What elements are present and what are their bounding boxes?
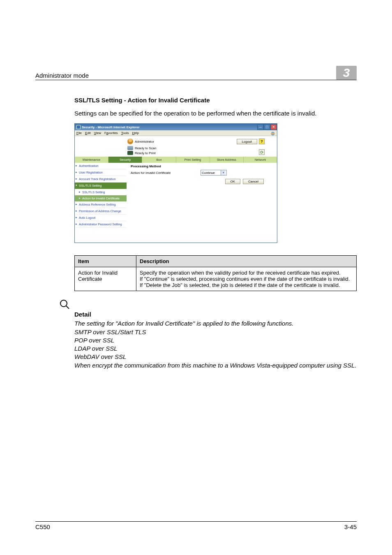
refresh-button[interactable]: ⟳: [259, 149, 265, 155]
logout-button[interactable]: Logout: [237, 139, 257, 144]
administrator-label: Administrator: [135, 140, 154, 143]
panel-title: Processing Method: [131, 164, 265, 168]
svg-point-0: [60, 300, 67, 307]
footer-page: 3-45: [344, 523, 357, 530]
ie-throbber-icon: [270, 131, 275, 136]
menu-favorites[interactable]: Favorites: [104, 131, 118, 135]
section-heading: SSL/TLS Setting - Action for Invalid Cer…: [74, 97, 357, 104]
window-title: Security - Microsoft Internet Explorer: [82, 125, 140, 129]
footer-model: C550: [35, 523, 50, 530]
sidebar-item-auto-logout[interactable]: Auto Logout: [75, 215, 127, 221]
menu-tools[interactable]: Tools: [121, 131, 129, 135]
administrator-icon: [127, 139, 133, 144]
window-titlebar: Security - Microsoft Internet Explorer ─…: [75, 124, 277, 130]
printer-icon: [127, 151, 133, 155]
cancel-button[interactable]: Cancel: [243, 179, 264, 184]
sidebar-group-ssltls[interactable]: SSL/TLS Setting: [75, 183, 127, 189]
browser-window: Security - Microsoft Internet Explorer ─…: [74, 123, 277, 243]
running-header: Administrator mode: [35, 72, 89, 79]
sidebar-item-admin-password[interactable]: Administrator Password Setting: [75, 221, 127, 228]
svg-line-1: [66, 306, 69, 309]
magnifier-icon: [60, 299, 70, 310]
main-panel: Processing Method Action for Invalid Cer…: [127, 163, 277, 228]
table-cell-description: Specify the operation when the validity …: [136, 267, 357, 291]
ie-icon: [76, 125, 81, 129]
sidebar-item-authentication[interactable]: Authentication: [75, 163, 127, 169]
menu-help[interactable]: Help: [132, 131, 139, 135]
sidebar-item-user-registration[interactable]: User Registration: [75, 169, 127, 176]
tab-network[interactable]: Network: [244, 157, 277, 163]
action-select-value: Continue: [202, 171, 215, 175]
table-row: Action for Invalid Certificate Specify t…: [75, 267, 357, 291]
table-cell-item: Action for Invalid Certificate: [75, 267, 136, 291]
sidebar-item-address-reference[interactable]: Address Reference Setting: [75, 201, 127, 208]
tab-box[interactable]: Box: [142, 157, 176, 163]
help-button[interactable]: ?: [259, 139, 265, 144]
table-header-description: Description: [136, 256, 357, 267]
tab-print-setting[interactable]: Print Setting: [176, 157, 210, 163]
menu-edit[interactable]: Edit: [85, 131, 91, 135]
sidebar-item-ssltls-setting[interactable]: SSL/TLS Setting: [75, 189, 127, 195]
tab-maintenance[interactable]: Maintenance: [75, 157, 108, 163]
tab-security[interactable]: Security: [108, 157, 142, 163]
status-print: Ready to Print: [135, 151, 156, 155]
scanner-icon: [127, 146, 133, 150]
menu-file[interactable]: File: [76, 131, 82, 135]
description-table: Item Description Action for Invalid Cert…: [74, 255, 357, 291]
action-select[interactable]: Continue ▾: [201, 170, 227, 176]
top-tabs: Maintenance Security Box Print Setting S…: [75, 157, 277, 163]
chapter-number-badge: 3: [336, 66, 357, 80]
sidebar-item-action-invalid-cert[interactable]: Action for Invalid Certificate: [75, 195, 127, 201]
close-button[interactable]: ✕: [270, 124, 277, 130]
sidebar: Authentication User Registration Account…: [75, 163, 127, 228]
detail-body: The setting for "Action for Invalid Cert…: [74, 319, 357, 370]
section-intro: Settings can be specified for the operat…: [74, 109, 357, 118]
table-header-item: Item: [75, 256, 136, 267]
status-scan: Ready to Scan: [135, 146, 156, 150]
ok-button[interactable]: OK: [225, 179, 241, 184]
minimize-button[interactable]: ─: [257, 124, 264, 130]
maximize-button[interactable]: □: [264, 124, 270, 130]
detail-heading: Detail: [74, 311, 357, 318]
menu-view[interactable]: View: [94, 131, 101, 135]
sidebar-item-permission-address[interactable]: Permission of Address Change: [75, 208, 127, 215]
sidebar-item-account-track[interactable]: Account Track Registration: [75, 176, 127, 183]
chevron-down-icon: ▾: [221, 170, 226, 175]
browser-menubar: File Edit View Favorites Tools Help: [75, 130, 277, 136]
tab-store-address[interactable]: Store Address: [210, 157, 244, 163]
field-label-action: Action for Invalid Certificate: [131, 171, 188, 175]
